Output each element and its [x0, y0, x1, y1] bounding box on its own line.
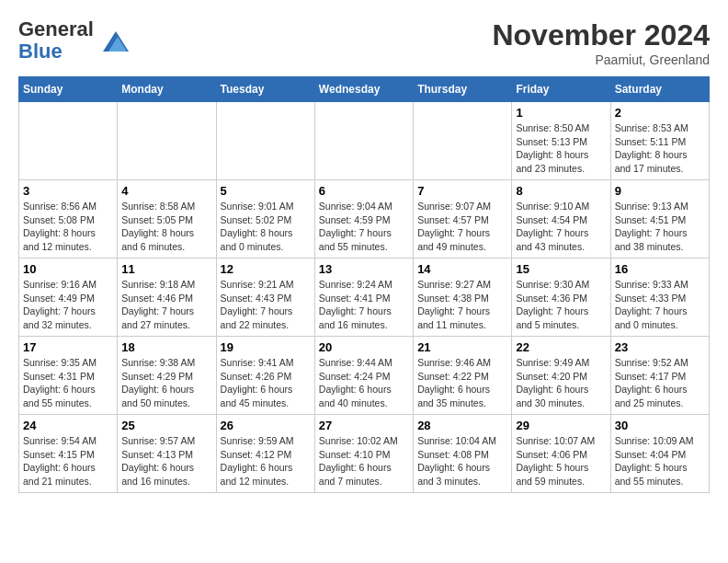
calendar-cell: 26Sunrise: 9:59 AM Sunset: 4:12 PM Dayli…	[216, 415, 314, 493]
day-info: Sunrise: 9:35 AM Sunset: 4:31 PM Dayligh…	[23, 356, 113, 410]
calendar-cell: 17Sunrise: 9:35 AM Sunset: 4:31 PM Dayli…	[19, 337, 118, 415]
calendar-cell: 22Sunrise: 9:49 AM Sunset: 4:20 PM Dayli…	[512, 337, 610, 415]
day-info: Sunrise: 9:10 AM Sunset: 4:54 PM Dayligh…	[516, 200, 606, 254]
day-info: Sunrise: 9:24 AM Sunset: 4:41 PM Dayligh…	[319, 278, 409, 332]
day-number: 10	[23, 262, 113, 276]
calendar-cell	[314, 102, 413, 180]
day-number: 28	[417, 419, 507, 432]
day-number: 2	[615, 106, 705, 120]
calendar-cell: 12Sunrise: 9:21 AM Sunset: 4:43 PM Dayli…	[216, 259, 314, 337]
calendar-week-row: 24Sunrise: 9:54 AM Sunset: 4:15 PM Dayli…	[19, 415, 710, 493]
day-info: Sunrise: 9:54 AM Sunset: 4:15 PM Dayligh…	[23, 434, 113, 488]
logo-blue: Blue	[18, 40, 63, 63]
calendar-cell: 9Sunrise: 9:13 AM Sunset: 4:51 PM Daylig…	[610, 180, 709, 259]
day-number: 11	[121, 262, 211, 276]
calendar-week-row: 3Sunrise: 8:56 AM Sunset: 5:08 PM Daylig…	[19, 180, 710, 259]
calendar-cell: 23Sunrise: 9:52 AM Sunset: 4:17 PM Dayli…	[610, 337, 709, 415]
page-header: General Blue November 2024 Paamiut, Gree…	[18, 18, 710, 67]
day-number: 17	[23, 340, 113, 354]
calendar-cell	[118, 102, 216, 180]
calendar-cell: 14Sunrise: 9:27 AM Sunset: 4:38 PM Dayli…	[414, 259, 512, 337]
calendar-cell: 27Sunrise: 10:02 AM Sunset: 4:10 PM Dayl…	[314, 415, 413, 493]
logo-general: General	[18, 17, 94, 40]
calendar-cell: 10Sunrise: 9:16 AM Sunset: 4:49 PM Dayli…	[19, 259, 118, 337]
weekday-header: Monday	[118, 77, 216, 102]
calendar-cell	[414, 102, 512, 180]
day-info: Sunrise: 9:41 AM Sunset: 4:26 PM Dayligh…	[221, 356, 311, 410]
day-info: Sunrise: 9:59 AM Sunset: 4:12 PM Dayligh…	[221, 434, 311, 488]
logo: General Blue	[18, 18, 131, 63]
calendar-cell: 28Sunrise: 10:04 AM Sunset: 4:08 PM Dayl…	[414, 415, 512, 493]
day-info: Sunrise: 10:02 AM Sunset: 4:10 PM Daylig…	[319, 434, 409, 488]
calendar-week-row: 1Sunrise: 8:50 AM Sunset: 5:13 PM Daylig…	[19, 102, 710, 180]
calendar-cell: 3Sunrise: 8:56 AM Sunset: 5:08 PM Daylig…	[19, 180, 118, 259]
day-number: 3	[23, 184, 113, 198]
calendar-cell: 16Sunrise: 9:33 AM Sunset: 4:33 PM Dayli…	[610, 259, 709, 337]
logo-icon	[97, 24, 131, 57]
day-number: 13	[319, 262, 409, 276]
day-info: Sunrise: 9:18 AM Sunset: 4:46 PM Dayligh…	[121, 278, 211, 332]
calendar-cell: 18Sunrise: 9:38 AM Sunset: 4:29 PM Dayli…	[118, 337, 216, 415]
day-number: 18	[121, 340, 211, 354]
day-number: 16	[615, 262, 705, 276]
day-number: 30	[615, 419, 705, 432]
day-info: Sunrise: 10:04 AM Sunset: 4:08 PM Daylig…	[417, 434, 507, 488]
title-block: November 2024 Paamiut, Greenland	[492, 18, 710, 67]
day-info: Sunrise: 9:57 AM Sunset: 4:13 PM Dayligh…	[121, 434, 211, 488]
calendar-cell: 6Sunrise: 9:04 AM Sunset: 4:59 PM Daylig…	[314, 180, 413, 259]
calendar-cell: 30Sunrise: 10:09 AM Sunset: 4:04 PM Dayl…	[610, 415, 709, 493]
day-number: 19	[221, 340, 311, 354]
location: Paamiut, Greenland	[492, 52, 710, 67]
weekday-header: Saturday	[610, 77, 709, 102]
calendar-cell: 11Sunrise: 9:18 AM Sunset: 4:46 PM Dayli…	[118, 259, 216, 337]
day-number: 15	[516, 262, 606, 276]
day-info: Sunrise: 9:13 AM Sunset: 4:51 PM Dayligh…	[615, 200, 705, 254]
calendar-cell: 13Sunrise: 9:24 AM Sunset: 4:41 PM Dayli…	[314, 259, 413, 337]
day-info: Sunrise: 9:49 AM Sunset: 4:20 PM Dayligh…	[516, 356, 606, 410]
day-number: 9	[615, 184, 705, 198]
weekday-header: Sunday	[19, 77, 118, 102]
day-number: 22	[516, 340, 606, 354]
calendar-cell: 4Sunrise: 8:58 AM Sunset: 5:05 PM Daylig…	[118, 180, 216, 259]
day-number: 14	[417, 262, 507, 276]
day-number: 7	[417, 184, 507, 198]
calendar-cell: 7Sunrise: 9:07 AM Sunset: 4:57 PM Daylig…	[414, 180, 512, 259]
calendar-cell: 29Sunrise: 10:07 AM Sunset: 4:06 PM Dayl…	[512, 415, 610, 493]
day-info: Sunrise: 8:58 AM Sunset: 5:05 PM Dayligh…	[121, 200, 211, 254]
day-number: 8	[516, 184, 606, 198]
calendar-table: SundayMondayTuesdayWednesdayThursdayFrid…	[18, 76, 710, 493]
calendar-week-row: 10Sunrise: 9:16 AM Sunset: 4:49 PM Dayli…	[19, 259, 710, 337]
day-info: Sunrise: 9:01 AM Sunset: 5:02 PM Dayligh…	[221, 200, 311, 254]
day-number: 1	[516, 106, 606, 120]
day-number: 20	[319, 340, 409, 354]
day-number: 27	[319, 419, 409, 432]
weekday-header: Thursday	[414, 77, 512, 102]
day-number: 5	[221, 184, 311, 198]
calendar-cell: 15Sunrise: 9:30 AM Sunset: 4:36 PM Dayli…	[512, 259, 610, 337]
day-info: Sunrise: 8:53 AM Sunset: 5:11 PM Dayligh…	[615, 121, 705, 176]
calendar-cell: 2Sunrise: 8:53 AM Sunset: 5:11 PM Daylig…	[610, 102, 709, 180]
day-number: 23	[615, 340, 705, 354]
day-info: Sunrise: 8:56 AM Sunset: 5:08 PM Dayligh…	[23, 200, 113, 254]
day-info: Sunrise: 9:04 AM Sunset: 4:59 PM Dayligh…	[319, 200, 409, 254]
day-number: 26	[221, 419, 311, 432]
day-info: Sunrise: 9:30 AM Sunset: 4:36 PM Dayligh…	[516, 278, 606, 332]
day-info: Sunrise: 9:44 AM Sunset: 4:24 PM Dayligh…	[319, 356, 409, 410]
day-info: Sunrise: 9:46 AM Sunset: 4:22 PM Dayligh…	[417, 356, 507, 410]
calendar-cell	[216, 102, 314, 180]
day-info: Sunrise: 9:16 AM Sunset: 4:49 PM Dayligh…	[23, 278, 113, 332]
day-info: Sunrise: 9:33 AM Sunset: 4:33 PM Dayligh…	[615, 278, 705, 332]
calendar-cell: 19Sunrise: 9:41 AM Sunset: 4:26 PM Dayli…	[216, 337, 314, 415]
month-title: November 2024	[492, 18, 710, 52]
calendar-cell: 21Sunrise: 9:46 AM Sunset: 4:22 PM Dayli…	[414, 337, 512, 415]
calendar-cell: 8Sunrise: 9:10 AM Sunset: 4:54 PM Daylig…	[512, 180, 610, 259]
day-number: 4	[121, 184, 211, 198]
calendar-cell: 5Sunrise: 9:01 AM Sunset: 5:02 PM Daylig…	[216, 180, 314, 259]
day-info: Sunrise: 10:09 AM Sunset: 4:04 PM Daylig…	[615, 434, 705, 488]
day-number: 21	[417, 340, 507, 354]
day-number: 25	[121, 419, 211, 432]
day-number: 12	[221, 262, 311, 276]
calendar-cell	[19, 102, 118, 180]
weekday-header: Tuesday	[216, 77, 314, 102]
day-info: Sunrise: 8:50 AM Sunset: 5:13 PM Dayligh…	[516, 121, 606, 176]
